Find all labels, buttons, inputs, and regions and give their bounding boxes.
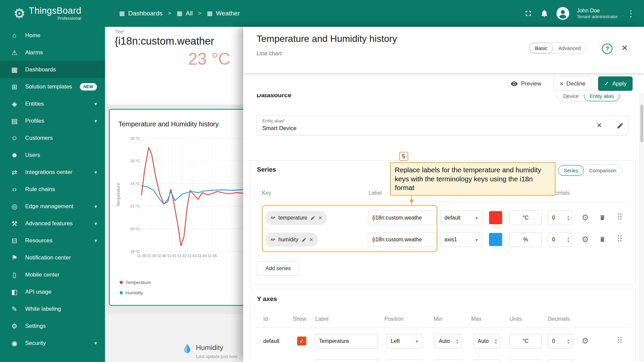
clear-alias-icon[interactable]: × — [597, 121, 602, 129]
stepper-arrows-icon[interactable]: ▲▼ — [567, 215, 570, 221]
drag-handle-icon[interactable]: ⠿ — [616, 336, 623, 345]
series-settings-gear-icon[interactable]: ⚙ — [582, 235, 589, 243]
sidebar-item-security[interactable]: ◉Security▾ — [0, 335, 105, 352]
apply-button[interactable]: ✓ Apply — [598, 76, 633, 91]
avatar[interactable] — [556, 7, 570, 20]
notifications-bell-icon[interactable] — [540, 9, 549, 18]
sidebar-item-integrations-center[interactable]: ⇄Integrations center▾ — [0, 164, 105, 181]
decimals-stepper[interactable]: 0 ▲▼ — [548, 232, 572, 247]
axis-units-input[interactable] — [509, 359, 542, 362]
sidebar-item-resources[interactable]: ⊟Resources▾ — [0, 232, 105, 249]
axis-decimals-stepper[interactable]: 0 ▲▼ — [548, 334, 572, 349]
scrollbar-thumb[interactable] — [640, 105, 643, 142]
remove-key-icon[interactable]: × — [310, 236, 313, 243]
axis-select[interactable]: axis1▾ — [440, 232, 482, 247]
axis-decimals-stepper[interactable] — [548, 359, 572, 362]
chart-widget[interactable]: Temperature and Humidity history 28 °C26… — [109, 109, 248, 306]
drag-handle-icon[interactable]: ⠿ — [616, 235, 623, 243]
user-menu[interactable]: John Doe Tenant administrator — [577, 7, 618, 20]
key-chip-temperature[interactable]: temperature × — [265, 211, 327, 225]
help-icon[interactable]: ? — [602, 44, 612, 54]
max-stepper[interactable] — [473, 359, 500, 362]
position-select[interactable] — [386, 359, 422, 362]
toggle-basic[interactable]: Basic — [529, 43, 553, 53]
sidebar-item-settings[interactable]: ⚙Settings — [0, 317, 105, 335]
sidebar-item-white-labeling[interactable]: ✎White labeling — [0, 300, 105, 317]
drag-handle-icon[interactable]: ⠿ — [616, 213, 623, 222]
series-label-input[interactable]: {i18n:custom.weathe — [368, 232, 436, 247]
new-badge: NEW — [80, 83, 97, 90]
sidebar-item-edge-management[interactable]: ◎Edge management▾ — [0, 198, 105, 215]
tab-series[interactable]: Series — [558, 165, 584, 176]
sidebar-item-rule-chains[interactable]: ‹›Rule chains — [0, 181, 105, 198]
units-input[interactable]: % — [509, 232, 542, 247]
sidebar-item-customers[interactable]: ☺Customers — [0, 129, 105, 146]
key-chip-humidity[interactable]: humidity × — [265, 233, 318, 247]
series-settings-gear-icon[interactable]: ⚙ — [582, 214, 589, 222]
dialog-toolbar: Preview × Decline ✓ Apply — [243, 73, 639, 94]
axis-label-input[interactable] — [315, 359, 378, 362]
entity-alias-field[interactable]: Entity alias* Smart Device × — [257, 116, 628, 135]
x-icon: × — [560, 80, 564, 87]
stepper-arrows-icon[interactable]: ▲▼ — [456, 339, 459, 344]
breadcrumb-weather[interactable]: ▦ Weather — [207, 10, 239, 17]
sidebar-item-notification-center[interactable]: ⚑Notification center — [0, 249, 105, 266]
axis-select[interactable]: default▾ — [440, 210, 482, 225]
sidebar-item-entities[interactable]: ◈Entities▾ — [0, 95, 105, 112]
edit-key-pencil-icon[interactable] — [310, 216, 315, 221]
svg-text:11:44: 11:44 — [198, 254, 207, 258]
breadcrumb-dashboards[interactable]: ▦ Dashboards — [119, 10, 162, 17]
axis-label-input[interactable]: Temperature — [315, 334, 378, 349]
sidebar-item-home[interactable]: ⌂Home — [0, 27, 105, 44]
min-stepper[interactable] — [434, 359, 461, 362]
close-icon[interactable]: × — [622, 42, 628, 54]
sidebar-item-api-usage[interactable]: ◧API usage — [0, 283, 105, 300]
stepper-arrows-icon[interactable]: ▲▼ — [567, 237, 570, 243]
humidity-widget-last-update: Last update just now — [196, 354, 237, 359]
stepper-arrows-icon[interactable]: ▲▼ — [567, 339, 570, 344]
units-input[interactable]: °C — [509, 210, 542, 225]
toggle-entity-alias[interactable]: Entity alias — [584, 94, 620, 101]
thingsboard-logo[interactable]: ⚙ ThingsBoard Professional — [13, 6, 81, 20]
tab-comparison[interactable]: Comparison — [584, 166, 622, 175]
legend-item-humidity[interactable]: Humidity — [120, 290, 143, 295]
toggle-advanced[interactable]: Advanced — [553, 43, 586, 53]
annotation-step-number: 5 — [399, 152, 408, 161]
remove-key-icon[interactable]: × — [318, 214, 322, 222]
series-label-input[interactable]: {i18n:custom.weathe — [368, 210, 436, 225]
toggle-device[interactable]: Device — [558, 94, 584, 101]
kebab-menu-icon[interactable]: ⋮ — [625, 8, 637, 19]
preview-button[interactable]: Preview — [504, 76, 547, 91]
max-stepper[interactable]: Auto ▲▼ — [473, 334, 500, 349]
legend-item-temperature[interactable]: Temperature — [120, 280, 151, 285]
edit-alias-pencil-icon[interactable] — [616, 122, 624, 129]
sidebar-item-mobile-center[interactable]: ▯Mobile center — [0, 266, 105, 283]
dashboards-icon: ▦ — [10, 66, 19, 74]
edit-key-pencil-icon[interactable] — [302, 237, 307, 242]
axis-settings-gear-icon[interactable]: ⚙ — [582, 337, 589, 345]
color-swatch[interactable] — [489, 211, 502, 224]
humidity-widget[interactable]: Humidity Last update just now — [106, 314, 248, 362]
stepper-arrows-icon[interactable]: ▲▼ — [494, 339, 497, 344]
legend-label: Humidity — [125, 290, 143, 295]
sidebar-item-profiles[interactable]: ▤Profiles▾ — [0, 112, 105, 129]
decimals-stepper[interactable]: 0 ▲▼ — [548, 210, 572, 225]
sidebar-item-users[interactable]: ☻Users — [0, 146, 105, 164]
position-select[interactable]: Left▾ — [386, 334, 422, 349]
min-stepper[interactable]: Auto ▲▼ — [434, 334, 461, 349]
fullscreen-icon[interactable] — [524, 9, 533, 18]
show-checkbox[interactable]: ✓ — [297, 337, 306, 346]
axis-units-input[interactable]: °C — [509, 334, 542, 349]
delete-series-trash-icon[interactable] — [599, 236, 606, 243]
decline-button[interactable]: × Decline — [553, 76, 592, 91]
sidebar-item-advanced-features[interactable]: ⚒Advanced features▾ — [0, 215, 105, 232]
sidebar-item-alarms[interactable]: ⚠Alarms — [0, 44, 105, 61]
color-swatch[interactable] — [489, 233, 502, 246]
title-field-input[interactable]: {i18n:custom.weather — [115, 35, 248, 47]
breadcrumb-all[interactable]: ▦ All — [176, 10, 193, 17]
sidebar-item-solution-templates[interactable]: ⊞Solution templatesNEW — [0, 78, 105, 95]
sidebar-item-dashboards[interactable]: ▦Dashboards — [0, 61, 105, 78]
add-series-button[interactable]: Add series — [257, 261, 299, 276]
weather-title-widget[interactable]: Title* {i18n:custom.weather 23 °C — [106, 27, 248, 105]
delete-series-trash-icon[interactable] — [599, 214, 606, 221]
